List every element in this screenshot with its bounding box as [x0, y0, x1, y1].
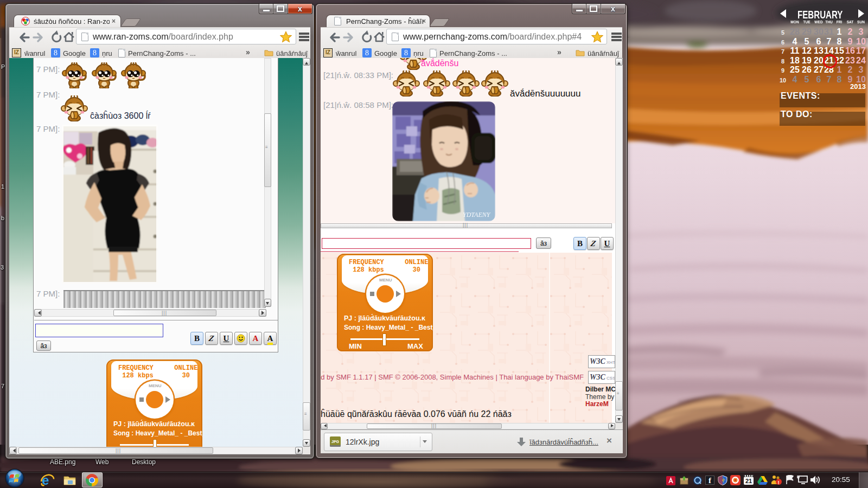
svg-text:!: !	[778, 480, 780, 485]
svg-text:YDTAENY: YDTAENY	[463, 211, 491, 219]
